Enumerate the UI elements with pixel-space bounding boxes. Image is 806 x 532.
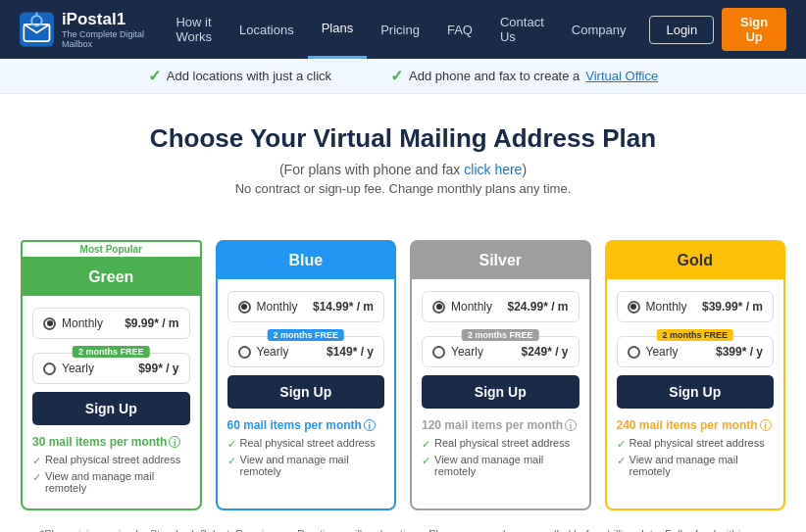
yearly-radio-gold[interactable] — [628, 346, 640, 359]
plan-features-gold: 240 mail items per monthi ✓ Real physica… — [617, 418, 775, 477]
monthly-price-green: $9.99* / m — [125, 316, 178, 330]
feature-manage-blue: ✓ View and manage mail remotely — [227, 454, 385, 477]
page-title: Choose Your Virtual Mailing Address Plan — [20, 123, 786, 154]
signup-button-gold[interactable]: Sign Up — [617, 375, 775, 409]
monthly-label-silver: Monthly — [451, 300, 501, 314]
check-icon-1: ✓ — [148, 67, 161, 85]
header-buttons: Login Sign Up — [649, 8, 786, 51]
nav-locations[interactable]: Locations — [226, 0, 308, 59]
yearly-label-green: Yearly — [62, 362, 132, 375]
feature-manage-green: ✓ View and manage mail remotely — [32, 470, 190, 494]
monthly-option-green[interactable]: Monthly $9.99* / m — [32, 308, 190, 339]
plan-features-blue: 60 mail items per monthi ✓ Real physical… — [227, 418, 385, 477]
monthly-radio-gold[interactable] — [628, 301, 640, 314]
plan-features-green: 30 mail items per monthi ✓ Real physical… — [32, 435, 190, 494]
yearly-price-blue: $149* / y — [327, 345, 374, 359]
monthly-radio-green[interactable] — [43, 317, 56, 330]
plan-header-blue: Blue — [218, 242, 395, 279]
feature-address-gold: ✓ Real physical street address — [617, 437, 775, 451]
check-manage-silver: ✓ — [422, 455, 430, 467]
free-badge-green: 2 months FREE — [73, 346, 150, 358]
free-badge-blue: 2 months FREE — [267, 329, 344, 341]
free-badge-gold: 2 months FREE — [656, 329, 733, 341]
subbar-item-2: ✓ Add phone and fax to create a Virtual … — [390, 67, 658, 85]
feature-manage-gold: ✓ View and manage mail remotely — [617, 454, 775, 477]
monthly-radio-blue[interactable] — [238, 301, 251, 314]
nav-faq[interactable]: FAQ — [433, 0, 486, 59]
logo-icon — [20, 10, 54, 49]
subtitle: (For plans with phone and fax click here… — [20, 162, 786, 177]
check-address-silver: ✓ — [422, 438, 430, 451]
plan-header-green: Green — [23, 259, 200, 296]
yearly-radio-blue[interactable] — [238, 346, 251, 359]
yearly-price-silver: $249* / y — [521, 345, 568, 359]
monthly-label-blue: Monthly — [257, 300, 307, 314]
check-manage-gold: ✓ — [617, 455, 626, 467]
yearly-price-green: $99* / y — [138, 362, 178, 375]
nav-how-it-works[interactable]: How it Works — [162, 0, 226, 59]
check-icon-2: ✓ — [390, 67, 403, 85]
plan-body-silver: Monthly $24.99* / m 2 months FREE Yearly… — [412, 279, 589, 492]
monthly-label-gold: Monthly — [646, 300, 696, 314]
feature-address-blue: ✓ Real physical street address — [227, 437, 385, 451]
mail-info-icon-green[interactable]: i — [169, 436, 180, 448]
monthly-price-blue: $14.99* / m — [313, 300, 374, 314]
plans-grid: Most Popular Green Monthly $9.99* / m 2 … — [1, 240, 805, 510]
sub-bar: ✓ Add locations with just a click ✓ Add … — [0, 59, 806, 94]
yearly-label-silver: Yearly — [451, 345, 515, 359]
nav-company[interactable]: Company — [558, 0, 640, 59]
mail-info-icon-blue[interactable]: i — [364, 419, 376, 431]
mail-items-silver: 120 mail items per monthi — [422, 418, 579, 432]
nav-contact-us[interactable]: Contact Us — [486, 0, 558, 59]
mail-items-blue: 60 mail items per monthi — [227, 418, 385, 432]
plan-card-blue: Blue Monthly $14.99* / m 2 months FREE Y… — [216, 240, 397, 510]
signup-button-blue[interactable]: Sign Up — [227, 375, 385, 409]
login-button[interactable]: Login — [649, 16, 714, 44]
plan-body-blue: Monthly $14.99* / m 2 months FREE Yearly… — [218, 279, 395, 492]
signup-button-green[interactable]: Sign Up — [32, 392, 190, 425]
yearly-option-silver[interactable]: 2 months FREE Yearly $249* / y — [422, 336, 579, 367]
plan-card-gold: Gold Monthly $39.99* / m 2 months FREE Y… — [605, 240, 786, 510]
yearly-label-gold: Yearly — [646, 345, 710, 359]
logo-area: iPostal1 The Complete Digital Mailbox — [20, 10, 162, 49]
mail-info-icon-silver[interactable]: i — [565, 419, 577, 431]
plan-card-silver: Silver Monthly $24.99* / m 2 months FREE… — [410, 240, 591, 510]
signup-button-silver[interactable]: Sign Up — [422, 375, 579, 409]
feature-address-silver: ✓ Real physical street address — [422, 437, 579, 451]
yearly-radio-silver[interactable] — [432, 346, 445, 359]
mail-items-gold: 240 mail items per monthi — [617, 418, 775, 432]
nav-pricing[interactable]: Pricing — [367, 0, 433, 59]
feature-manage-silver: ✓ View and manage mail remotely — [422, 454, 579, 477]
disclaimer: *Plan pricing varies by Standard, Select… — [21, 528, 785, 532]
monthly-option-silver[interactable]: Monthly $24.99* / m — [422, 291, 579, 322]
yearly-radio-green[interactable] — [43, 363, 56, 375]
virtual-office-link[interactable]: Virtual Office — [585, 69, 658, 83]
feature-address-green: ✓ Real physical street address — [32, 454, 190, 467]
yearly-label-blue: Yearly — [257, 345, 321, 359]
yearly-option-green[interactable]: 2 months FREE Yearly $99* / y — [32, 353, 190, 384]
plan-header-gold: Gold — [607, 242, 784, 279]
plan-header-silver: Silver — [412, 242, 589, 279]
check-manage-blue: ✓ — [227, 455, 236, 467]
subbar-item-1: ✓ Add locations with just a click — [148, 67, 331, 85]
monthly-label-green: Monthly — [62, 316, 119, 330]
main-nav: How it Works Locations Plans Pricing FAQ… — [162, 0, 639, 59]
check-address-green: ✓ — [32, 455, 41, 467]
logo-text: iPostal1 The Complete Digital Mailbox — [62, 10, 163, 49]
click-here-link[interactable]: click here — [464, 162, 522, 177]
yearly-price-gold: $399* / y — [716, 345, 763, 359]
most-popular-badge: Most Popular — [21, 240, 202, 259]
monthly-option-blue[interactable]: Monthly $14.99* / m — [227, 291, 385, 322]
plan-body-green: Monthly $9.99* / m 2 months FREE Yearly … — [23, 296, 200, 508]
nav-plans[interactable]: Plans — [308, 0, 368, 59]
mail-info-icon-gold[interactable]: i — [760, 419, 772, 431]
yearly-option-blue[interactable]: 2 months FREE Yearly $149* / y — [227, 336, 385, 367]
header: iPostal1 The Complete Digital Mailbox Ho… — [0, 0, 806, 59]
monthly-price-gold: $39.99* / m — [702, 300, 763, 314]
check-address-gold: ✓ — [617, 438, 626, 451]
no-contract-text: No contract or sign-up fee. Change month… — [20, 181, 786, 196]
header-signup-button[interactable]: Sign Up — [722, 8, 786, 51]
monthly-radio-silver[interactable] — [432, 301, 445, 314]
yearly-option-gold[interactable]: 2 months FREE Yearly $399* / y — [617, 336, 775, 367]
monthly-option-gold[interactable]: Monthly $39.99* / m — [617, 291, 775, 322]
